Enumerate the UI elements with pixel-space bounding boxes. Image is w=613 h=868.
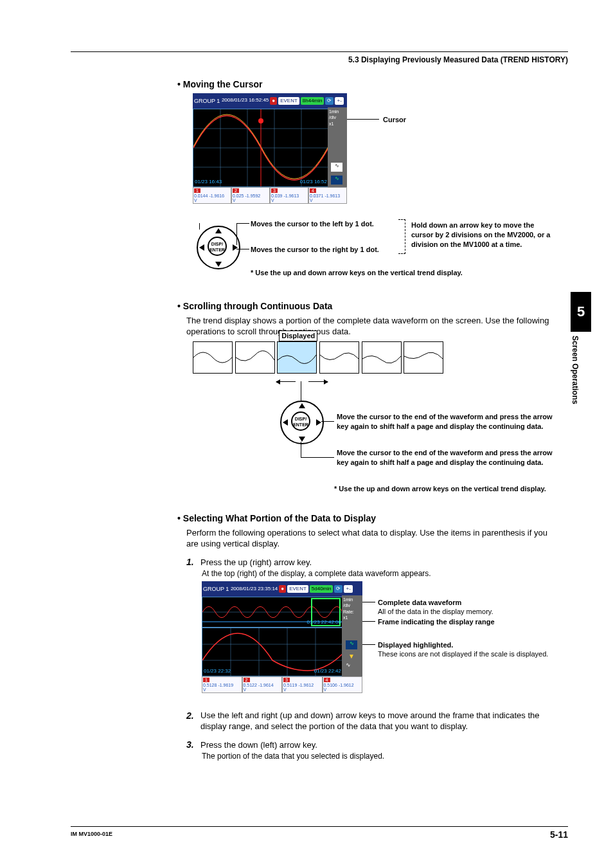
s3-units: 1min /div Rate: x1 [342, 595, 362, 622]
scroll-left-icon [276, 381, 296, 382]
s1-axis-r: 01/23 16:52 [300, 179, 327, 186]
s3-event: EVENT [287, 585, 308, 593]
header-section: 5.3 Displaying Previously Measured Data … [348, 55, 568, 64]
zoom-icon: +- [335, 97, 343, 105]
s1-sidebar: 1min /div x1 ∿ ∿ [328, 107, 347, 187]
dpad: DISP/ ENTER [197, 226, 240, 273]
chapter-label: Screen Operations [571, 336, 580, 404]
wave-panel [362, 341, 402, 374]
s3-figure: GROUP 1 2008/01/23 23:35:14 ● EVENT 5d40… [202, 581, 559, 703]
s2-note: * Use the up and down arrow keys on the … [334, 484, 553, 494]
s1-dpad-panel: Moves the cursor to the left by 1 dot. M… [193, 219, 559, 296]
s1-readouts: 10.0144 -1.9616V 20.025 -1.9592V 30.039 … [193, 187, 347, 204]
arrow-down-icon[interactable] [299, 437, 305, 442]
chapter-number: 5 [577, 303, 585, 320]
s1-units: 1min /div x1 [328, 107, 347, 128]
arrow-down-icon[interactable] [215, 262, 222, 267]
thumb-tab: 5 Screen Operations [571, 292, 591, 404]
s3-sidebar: 1min /div Rate: x1 ∿ ▼ ∿ [342, 595, 362, 676]
s1-hold: Hold down an arrow key to move the curso… [411, 221, 553, 249]
arrow-right-icon[interactable] [233, 244, 238, 251]
disp-enter-button[interactable]: DISP/ ENTER [291, 411, 310, 431]
step-2-text: Use the left and right (up and down) arr… [200, 710, 559, 732]
s2-figure: Displayed DISP/ ENTER Move the cursor to… [193, 341, 559, 509]
s1-axis-l: 01/23 16:43 [195, 179, 222, 186]
s3-axis-r: 01/23 22:42 [314, 668, 341, 675]
lbl-complete: Complete data waveform [378, 598, 461, 608]
s1-cursor-label: Cursor [383, 115, 406, 125]
wave-icon: ∿ [331, 176, 342, 185]
step-2-num: 2. [186, 710, 200, 732]
lbl-complete-sub: All of the data in the display memory. [378, 607, 493, 617]
arrow-left-icon[interactable] [283, 419, 288, 426]
s2-down-text: Move the cursor to the end of the wavefo… [337, 448, 555, 467]
arrow-left-icon[interactable] [199, 244, 204, 251]
record-icon: ● [279, 585, 286, 593]
lbl-disp-sub: These icons are not displayed if the sca… [378, 649, 558, 659]
loop-icon: ⟳ [325, 97, 333, 105]
wave-panel [319, 341, 359, 374]
zoom-icon: +- [344, 585, 352, 593]
s1-chart: 01/23 16:43 01/23 16:52 [193, 109, 329, 187]
wave-panel [404, 341, 443, 374]
s1-group: GROUP 1 [194, 97, 220, 105]
s3-ts: 2008/01/23 23:35:14 [231, 586, 278, 593]
header-rule [71, 51, 568, 52]
step-3-num: 3. [186, 739, 200, 751]
lbl-disp: Displayed highlighted. [378, 640, 453, 650]
s3-readouts: 10.5128 -1.9619V 20.5122 -1.9614V 30.511… [202, 676, 362, 693]
scroll-right-icon [308, 381, 328, 382]
level-icon: ∿ [346, 661, 351, 669]
step-3-sub: The portion of the data that you selecte… [202, 751, 559, 761]
s3-axis-tr: 01/23 22:42:06 [307, 619, 341, 626]
s3-dur: 5d40min [310, 585, 333, 593]
s3-title: Selecting What Portion of the Data to Di… [177, 512, 559, 525]
level-icon: ∿ [331, 163, 342, 172]
caret-down-icon: ▼ [348, 652, 355, 661]
footer-left: IM MV1000-01E [71, 831, 112, 837]
step-1-num: 1. [186, 556, 200, 568]
s1-note: * Use the up and down arrow keys on the … [251, 268, 553, 278]
s3-titlebar: GROUP 1 2008/01/23 23:35:14 ● EVENT 5d40… [202, 581, 362, 597]
s2-title: Scrolling through Continuous Data [177, 300, 559, 312]
footer-right: 5-11 [550, 829, 568, 840]
body: Moving the Cursor GROUP 1 2008/01/23 16:… [186, 77, 559, 761]
disp-enter-button[interactable]: DISP/ ENTER [208, 237, 227, 256]
s1-dur: 8h44min [301, 97, 324, 105]
s2-right-text: Move the cursor to the end of the wavefo… [337, 412, 555, 431]
record-icon: ● [270, 97, 277, 105]
arrow-up-icon[interactable] [299, 403, 305, 408]
loop-icon: ⟳ [334, 585, 342, 593]
arrow-right-icon[interactable] [316, 419, 321, 426]
s3-axis-l: 01/23 22:32 [204, 668, 231, 675]
displayed-label: Displayed [279, 330, 317, 341]
s3-overview: 01/23 22:42:06 [202, 597, 343, 628]
s1-ts: 2008/01/23 16:52:45 [222, 97, 269, 104]
lbl-frame: Frame indicating the display range [378, 617, 495, 627]
s1-titlebar: GROUP 1 2008/01/23 16:52:45 ● EVENT 8h44… [193, 93, 347, 109]
wave-panel [235, 341, 275, 374]
s3-group: GROUP 1 [203, 585, 229, 593]
step-3-text: Press the down (left) arrow key. [200, 740, 317, 750]
s1-move-right: Moves the cursor to the right by 1 dot. [251, 245, 379, 255]
s1-title: Moving the Cursor [177, 78, 559, 91]
arrow-up-icon[interactable] [215, 228, 222, 233]
s3-chart: 01/23 22:32 01/23 22:42 [202, 628, 343, 676]
s1-move-left: Moves the cursor to the left by 1 dot. [251, 219, 374, 229]
wave-panel [193, 341, 233, 374]
s2-body: The trend display shows a portion of the… [186, 315, 559, 338]
footer-rule [71, 826, 568, 827]
displayed-icon: ∿ [346, 640, 357, 649]
s3-body: Perform the following operations to sele… [186, 527, 559, 550]
s1-event: EVENT [278, 97, 299, 105]
wave-panel-displayed: Displayed [277, 341, 317, 374]
cursor-marker [258, 118, 263, 123]
s1-figure: GROUP 1 2008/01/23 16:52:45 ● EVENT 8h44… [193, 93, 559, 215]
step-1-sub: At the top (right) of the display, a com… [202, 568, 559, 579]
step-1-text: Press the up (right) arrow key. [200, 557, 312, 567]
